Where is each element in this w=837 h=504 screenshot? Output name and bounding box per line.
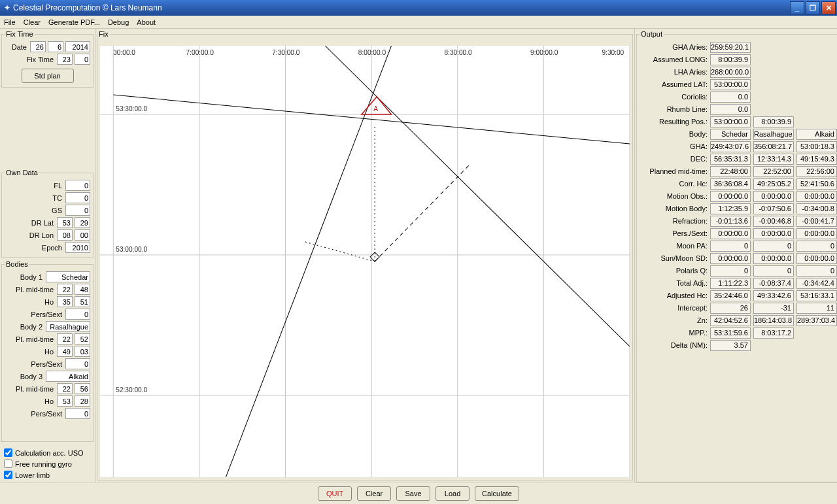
menu-about[interactable]: About — [137, 18, 156, 26]
body-ho-min-input[interactable] — [75, 296, 90, 307]
output-label: GHA: — [642, 143, 708, 150]
drlon-deg-input[interactable] — [57, 229, 73, 241]
body-midtime-m-input[interactable] — [75, 333, 90, 344]
calculate-button[interactable]: Calculate — [475, 486, 519, 501]
drlon-min-input[interactable] — [75, 229, 90, 241]
drlat-min-input[interactable] — [75, 217, 90, 228]
output-value: 0:00:00.0 — [710, 253, 751, 264]
tc-label: TC — [5, 194, 62, 202]
output-label: DEC: — [642, 155, 708, 163]
body-name-input[interactable] — [46, 271, 90, 282]
output-row: DEC:56:35:31.312:33:14.349:15:49.3 — [642, 153, 837, 165]
tc-input[interactable] — [65, 192, 90, 203]
menu-generate-pdf[interactable]: Generate PDF... — [48, 18, 100, 26]
body-ho-min-input[interactable] — [75, 346, 90, 357]
output-label: Delta (NM): — [642, 341, 708, 349]
output-value: 8:00:39.9 — [710, 54, 751, 65]
fixtime-label: Fix Time — [5, 56, 54, 63]
fixtime-hour-input[interactable] — [57, 54, 73, 65]
body-midtime-m-input[interactable] — [75, 383, 90, 394]
date-year-input[interactable] — [65, 41, 90, 52]
uso-checkbox[interactable] — [4, 448, 12, 457]
minimize-button[interactable]: _ — [790, 1, 804, 14]
output-value: 53:00:00.0 — [710, 116, 751, 127]
date-day-input[interactable] — [30, 41, 46, 52]
maximize-button[interactable]: ❐ — [806, 1, 820, 14]
menu-debug[interactable]: Debug — [108, 18, 129, 26]
limb-checkbox[interactable] — [4, 471, 12, 479]
body-perssext-input[interactable] — [65, 309, 90, 320]
output-label: Pers./Sext: — [642, 229, 708, 237]
output-label: Refraction: — [642, 217, 708, 225]
output-value: 8:00:39.9 — [753, 116, 794, 127]
close-button[interactable]: ✕ — [821, 1, 836, 14]
output-value: 0:00:00.0 — [753, 228, 794, 239]
epoch-input[interactable] — [65, 242, 90, 253]
svg-text:A: A — [373, 105, 378, 112]
output-value: 0:00:00.0 — [796, 228, 837, 239]
output-label: Total Adj.: — [642, 279, 708, 287]
output-label: Polaris Q: — [642, 267, 708, 275]
body-perssext-input[interactable] — [65, 408, 90, 419]
output-row: Moon PA:000 — [642, 240, 837, 252]
output-value: 249:43:07.6 — [710, 141, 751, 152]
fl-input[interactable] — [65, 180, 90, 191]
output-value: 42:04:52.6 — [710, 315, 751, 326]
date-month-input[interactable] — [48, 41, 63, 52]
save-button[interactable]: Save — [396, 486, 430, 501]
body-name-input[interactable] — [46, 371, 90, 382]
drlon-label: DR Lon — [5, 231, 54, 239]
output-value: Alkaid — [796, 129, 837, 140]
gs-input[interactable] — [65, 205, 90, 216]
output-value: 0 — [710, 265, 751, 277]
load-button[interactable]: Load — [436, 486, 470, 501]
body-midtime-h-input[interactable] — [57, 383, 73, 394]
fix-plot-group: Fix 30:00.0 7:00:00.0 — [97, 30, 633, 480]
output-value: 36:36:08.4 — [710, 178, 751, 190]
stdplan-button[interactable]: Std plan — [22, 69, 74, 83]
bodies-group: Bodies Body 1 Pl. mid-time Ho Pers/Sext … — [1, 260, 94, 442]
output-value: Rasalhague — [753, 129, 794, 140]
body-name-input[interactable] — [46, 321, 90, 332]
quit-button[interactable]: QUIT — [318, 486, 352, 501]
body-ho-deg-input[interactable] — [57, 346, 73, 357]
body-midtime-m-input[interactable] — [75, 284, 90, 295]
output-row: Refraction:-0:01:13.6-0:00:46.8-0:00:41.… — [642, 215, 837, 227]
output-value: 53:16:33.1 — [796, 290, 837, 301]
body-midtime-h-input[interactable] — [57, 284, 73, 295]
menu-file[interactable]: File — [4, 18, 16, 26]
body-ho-deg-input[interactable] — [57, 395, 73, 407]
plot-canvas[interactable]: 30:00.0 7:00:00.0 7:30:00.0 8:00:00.0 8:… — [100, 46, 630, 477]
svg-text:9:30:00: 9:30:00 — [602, 49, 624, 56]
bodies-legend: Bodies — [5, 260, 29, 268]
limb-label: Lower limb — [15, 471, 50, 479]
output-value: 11 — [796, 303, 837, 314]
output-value: 186:14:03.8 — [753, 315, 794, 326]
output-value: 26 — [710, 303, 751, 314]
output-row: Assumed LONG:8:00:39.9 — [642, 54, 837, 65]
svg-text:9:00:00.0: 9:00:00.0 — [530, 49, 558, 56]
fixtime-min-input[interactable] — [75, 54, 90, 65]
menu-clear[interactable]: Clear — [24, 18, 41, 26]
menubar: File Clear Generate PDF... Debug About — [0, 16, 837, 29]
svg-line-22 — [226, 46, 391, 477]
output-value: -0:34:42.4 — [796, 278, 837, 289]
svg-text:8:30:00.0: 8:30:00.0 — [445, 49, 473, 56]
clear-button[interactable]: Clear — [357, 486, 391, 501]
body-perssext-input[interactable] — [65, 358, 90, 369]
output-row: Total Adj.:1:11:22.3-0:08:37.4-0:34:42.4 — [642, 277, 837, 289]
output-row: Resulting Pos.:53:00:00.08:00:39.9 — [642, 116, 837, 127]
body-ho-deg-input[interactable] — [57, 296, 73, 307]
output-value: 0 — [710, 241, 751, 252]
body-ho-min-input[interactable] — [75, 395, 90, 407]
gyro-checkbox[interactable] — [4, 460, 12, 468]
drlat-deg-input[interactable] — [57, 217, 73, 228]
svg-text:53:00:00.0: 53:00:00.0 — [116, 246, 147, 253]
body-midtime-h-input[interactable] — [57, 333, 73, 344]
output-row: MPP.:53:31:59.68:03:17.2 — [642, 327, 837, 339]
output-label: Rhumb Line: — [642, 105, 708, 113]
output-value: 49:25:05.2 — [753, 178, 794, 190]
output-value: 0:00:00.0 — [796, 253, 837, 264]
output-label: Motion Body: — [642, 205, 708, 212]
output-label: Sun/Moon SD: — [642, 254, 708, 262]
